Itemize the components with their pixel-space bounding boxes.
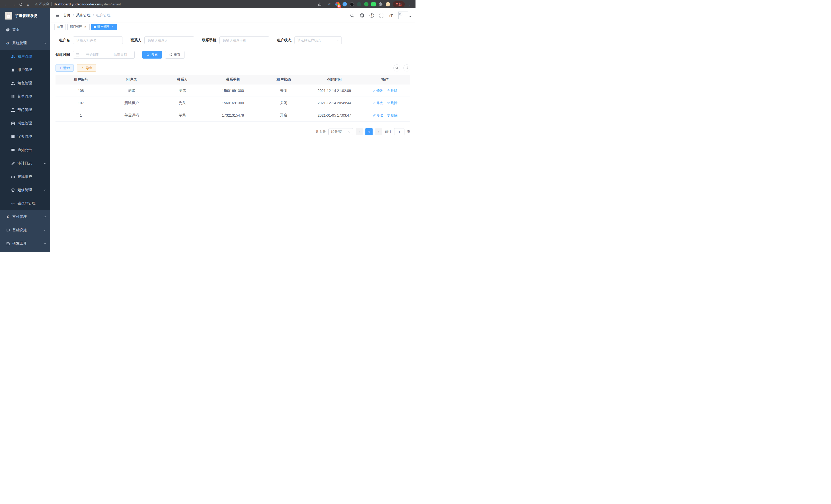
- date-range-picker[interactable]: 开始日期 - 结束日期: [73, 51, 135, 59]
- tab-tenant[interactable]: 租户管理 ×: [91, 24, 117, 30]
- github-icon[interactable]: [360, 13, 364, 18]
- sidebar-item-devtools[interactable]: 研发工具: [0, 237, 50, 250]
- extension-dark-ring-icon[interactable]: [350, 2, 354, 6]
- page-1-button[interactable]: 1: [365, 128, 373, 136]
- address-bar[interactable]: ⚠ 不安全 dashboard.yudao.iocoder.cn/system/…: [35, 2, 313, 6]
- cell-contact: 测试: [157, 88, 208, 93]
- share-icon[interactable]: [316, 1, 323, 7]
- prev-page-button[interactable]: ‹: [355, 128, 363, 136]
- help-icon[interactable]: ?: [370, 13, 374, 18]
- bookmark-star-icon[interactable]: ☆: [326, 1, 333, 7]
- contact-input[interactable]: [144, 36, 194, 44]
- sidebar-item-home[interactable]: 首页: [0, 23, 50, 36]
- export-button[interactable]: 导出: [77, 64, 96, 72]
- search-icon: [395, 66, 399, 69]
- sidebar-item-dept[interactable]: 部门管理: [0, 103, 50, 117]
- close-icon[interactable]: ×: [84, 25, 87, 29]
- sidebar-item-post[interactable]: 岗位管理: [0, 117, 50, 130]
- edit-link[interactable]: 修改: [373, 101, 383, 105]
- delete-link[interactable]: 删除: [387, 88, 398, 93]
- sidebar-item-audit-log[interactable]: 审计日志: [0, 157, 50, 170]
- sidebar-item-label: 租户管理: [18, 54, 32, 59]
- back-icon[interactable]: ←: [3, 1, 10, 7]
- table-row: 1 芋道源码 芋艿 17321315478 开启 2021-01-05 17:0…: [56, 109, 410, 121]
- cell-operations: 修改 删除: [360, 113, 410, 118]
- tab-home[interactable]: 首页: [55, 24, 66, 30]
- extension-green-square-icon[interactable]: [371, 2, 376, 6]
- sidebar-item-user[interactable]: 用户管理: [0, 63, 50, 77]
- breadcrumb-separator: /: [93, 13, 94, 18]
- gear-icon: ⚙: [6, 41, 10, 45]
- sidebar-item-dict[interactable]: 字典管理: [0, 130, 50, 143]
- cell-status: 关闭: [258, 88, 309, 93]
- logo[interactable]: 芋道管理系统: [0, 8, 50, 23]
- sidebar-toggle-icon[interactable]: [50, 8, 63, 23]
- extensions-puzzle-icon[interactable]: [378, 2, 383, 6]
- toolbox-icon: [6, 241, 10, 245]
- next-page-button[interactable]: ›: [375, 128, 382, 136]
- sidebar-item-error-code[interactable]: </> 错误码管理: [0, 197, 50, 210]
- goto-page-input[interactable]: [394, 128, 404, 136]
- sidebar-item-tenant[interactable]: 租户管理: [0, 50, 50, 63]
- refresh-icon: [405, 66, 408, 69]
- search-icon[interactable]: [350, 13, 354, 18]
- tenant-name-input[interactable]: [73, 36, 123, 44]
- sidebar-item-notice[interactable]: 通知公告: [0, 143, 50, 157]
- browser-menu-icon[interactable]: ⋮: [407, 2, 412, 6]
- status-select[interactable]: 请选择租户状态: [294, 36, 342, 44]
- search-button[interactable]: 搜索: [142, 51, 162, 59]
- fullscreen-icon[interactable]: [379, 13, 384, 18]
- reload-icon[interactable]: [18, 1, 24, 7]
- extension-adblock-icon[interactable]: 10: [335, 2, 340, 6]
- page-size-select[interactable]: 10条/页: [328, 128, 353, 136]
- edit-link[interactable]: 修改: [373, 113, 383, 118]
- refresh-button[interactable]: [403, 64, 410, 71]
- sidebar-item-sms[interactable]: 短信管理: [0, 183, 50, 197]
- add-button[interactable]: + 新增: [56, 64, 74, 72]
- pagination: 共 3 条 10条/页 ‹ 1 › 前往 页: [56, 128, 410, 136]
- broken-image-icon: [398, 11, 408, 19]
- forward-icon[interactable]: →: [10, 1, 17, 7]
- home-icon[interactable]: ⌂: [25, 1, 31, 7]
- sidebar-item-system[interactable]: ⚙ 系统管理: [0, 36, 50, 50]
- extension-green-circle-icon[interactable]: [364, 2, 369, 6]
- sidebar-item-online-users[interactable]: 在线用户: [0, 170, 50, 183]
- edit-icon: [373, 101, 376, 105]
- chevron-down-icon: [44, 215, 46, 218]
- sidebar-item-payment[interactable]: ¥ 支付管理: [0, 210, 50, 224]
- sms-shield-icon: [11, 188, 15, 192]
- breadcrumb-home[interactable]: 首页: [63, 13, 70, 18]
- sidebar-item-label: 错误码管理: [18, 201, 35, 206]
- sidebar-item-role[interactable]: 角色管理: [0, 77, 50, 90]
- field-label: 租户状态: [277, 38, 291, 42]
- update-button[interactable]: 更新: [393, 1, 405, 7]
- chevron-down-icon: [336, 39, 339, 42]
- extension-badge: 10: [337, 5, 341, 8]
- sidebar-item-infra[interactable]: 基础设施: [0, 224, 50, 237]
- breadcrumb-system[interactable]: 系统管理: [76, 13, 90, 18]
- filter-row-1: 租户名 联系人 联系手机 租户状态 请选择租户状态: [56, 36, 410, 44]
- error-code-icon: </>: [11, 201, 15, 206]
- tab-dept[interactable]: 部门管理 ×: [67, 24, 90, 30]
- delete-link[interactable]: 删除: [387, 101, 398, 105]
- caret-down-icon: [409, 16, 411, 18]
- user-avatar[interactable]: [398, 11, 411, 19]
- cell-phone: 15601691300: [208, 101, 258, 105]
- column-header: 租户状态: [258, 77, 309, 82]
- sidebar-item-menu[interactable]: 菜单管理: [0, 90, 50, 103]
- hide-search-button[interactable]: [393, 64, 400, 71]
- cell-tenant-name: 测试: [106, 88, 157, 93]
- cell-operations: 修改 删除: [360, 101, 410, 105]
- table-toolbar: + 新增 导出: [56, 64, 410, 72]
- edit-link[interactable]: 修改: [373, 88, 383, 93]
- font-size-icon[interactable]: TT: [389, 13, 393, 18]
- extension-blue-icon[interactable]: [343, 2, 347, 6]
- cell-contact: 芋艿: [157, 113, 208, 118]
- delete-link[interactable]: 删除: [387, 113, 398, 118]
- tenant-table: 租户编号 租户名 联系人 联系手机 租户状态 创建时间 操作 108 测试 测试…: [56, 75, 410, 121]
- close-icon[interactable]: ×: [111, 25, 114, 29]
- reset-button[interactable]: 重置: [165, 51, 184, 59]
- extension-dark-green-icon[interactable]: [357, 2, 361, 6]
- phone-input[interactable]: [220, 36, 269, 44]
- profile-avatar-icon[interactable]: [386, 2, 390, 6]
